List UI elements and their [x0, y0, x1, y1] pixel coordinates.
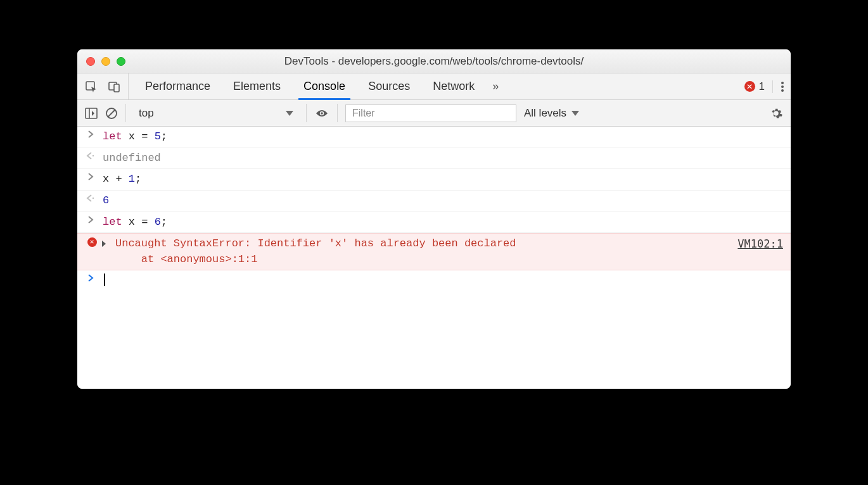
input-icon	[85, 215, 96, 224]
traffic-lights	[86, 57, 125, 66]
output-icon	[85, 193, 96, 202]
minimize-window-button[interactable]	[101, 57, 110, 66]
chevron-down-icon	[571, 111, 579, 116]
console-input-line: let x = 5;	[77, 127, 791, 148]
console-input-line: x + 1;	[77, 169, 791, 191]
tab-performance[interactable]: Performance	[134, 73, 222, 99]
more-options-icon[interactable]	[781, 80, 784, 93]
titlebar: DevTools - developers.google.com/web/too…	[77, 49, 791, 73]
svg-line-9	[108, 110, 115, 117]
tablist: Performance Elements Console Sources Net…	[129, 73, 738, 99]
console-output-line: 6	[77, 191, 791, 212]
execution-context-selector[interactable]: top	[134, 106, 298, 121]
tab-sources[interactable]: Sources	[357, 73, 421, 99]
tabsrow-left	[77, 73, 129, 99]
chevron-down-icon	[286, 111, 293, 116]
zoom-window-button[interactable]	[117, 57, 125, 66]
line-content: undefined	[103, 151, 783, 167]
tab-elements[interactable]: Elements	[222, 73, 292, 99]
input-icon	[85, 172, 96, 180]
svg-point-11	[93, 154, 94, 156]
error-message: Uncaught SyntaxError: Identifier 'x' has…	[115, 236, 730, 267]
tab-network[interactable]: Network	[421, 73, 486, 99]
console-settings-icon[interactable]	[769, 106, 783, 120]
console-input[interactable]	[103, 273, 783, 289]
tab-label: Network	[433, 80, 475, 93]
error-count-badge[interactable]: ✕ 1	[744, 80, 773, 93]
separator	[125, 104, 126, 122]
devtools-tabs-row: Performance Elements Console Sources Net…	[77, 73, 791, 100]
input-icon	[85, 129, 96, 138]
error-icon: ✕	[744, 81, 755, 92]
console-output-line: undefined	[77, 148, 791, 170]
expand-error-icon[interactable]	[101, 237, 107, 253]
log-levels-selector[interactable]: All levels	[524, 107, 579, 120]
console-toolbar: top All levels	[77, 100, 791, 127]
live-expression-icon[interactable]	[314, 108, 329, 118]
close-window-button[interactable]	[86, 57, 95, 66]
inspect-element-icon[interactable]	[85, 80, 98, 93]
svg-point-4	[781, 85, 784, 88]
overflow-label: »	[492, 80, 499, 93]
svg-point-12	[93, 198, 94, 199]
console-output[interactable]: let x = 5;undefinedx + 1;6let x = 6;✕Unc…	[77, 127, 791, 389]
error-count: 1	[759, 80, 765, 93]
devtools-window: DevTools - developers.google.com/web/too…	[77, 49, 791, 389]
separator	[337, 104, 338, 122]
output-icon	[85, 151, 96, 160]
svg-point-3	[781, 82, 784, 84]
tab-label: Elements	[233, 80, 281, 93]
clear-console-icon[interactable]	[105, 107, 118, 120]
tab-label: Sources	[368, 80, 410, 93]
prompt-icon	[85, 273, 96, 282]
separator	[306, 104, 307, 122]
svg-point-10	[321, 112, 323, 115]
error-icon: ✕	[87, 237, 97, 247]
device-toolbar-icon[interactable]	[108, 80, 120, 93]
toggle-sidebar-icon[interactable]	[85, 108, 98, 119]
tab-label: Console	[303, 80, 345, 93]
window-title: DevTools - developers.google.com/web/too…	[85, 49, 783, 73]
svg-rect-6	[86, 108, 97, 118]
filter-input[interactable]	[345, 104, 516, 122]
console-input-line: let x = 6;	[77, 212, 791, 234]
tabs-overflow-button[interactable]: »	[486, 73, 505, 99]
line-content: 6	[103, 193, 783, 209]
tab-console[interactable]: Console	[292, 73, 357, 99]
tab-label: Performance	[145, 80, 210, 93]
line-content: let x = 5;	[103, 129, 783, 145]
line-content: let x = 6;	[103, 215, 783, 230]
svg-point-5	[781, 89, 784, 92]
console-error-line: ✕Uncaught SyntaxError: Identifier 'x' ha…	[77, 233, 791, 270]
error-gutter: ✕	[85, 236, 109, 253]
line-content: x + 1;	[103, 172, 783, 187]
error-source-link[interactable]: VM102:1	[737, 236, 783, 252]
levels-label: All levels	[524, 107, 566, 120]
svg-rect-2	[114, 84, 119, 92]
tabsrow-right: ✕ 1	[738, 73, 791, 99]
console-prompt	[77, 270, 791, 291]
context-label: top	[139, 107, 154, 120]
